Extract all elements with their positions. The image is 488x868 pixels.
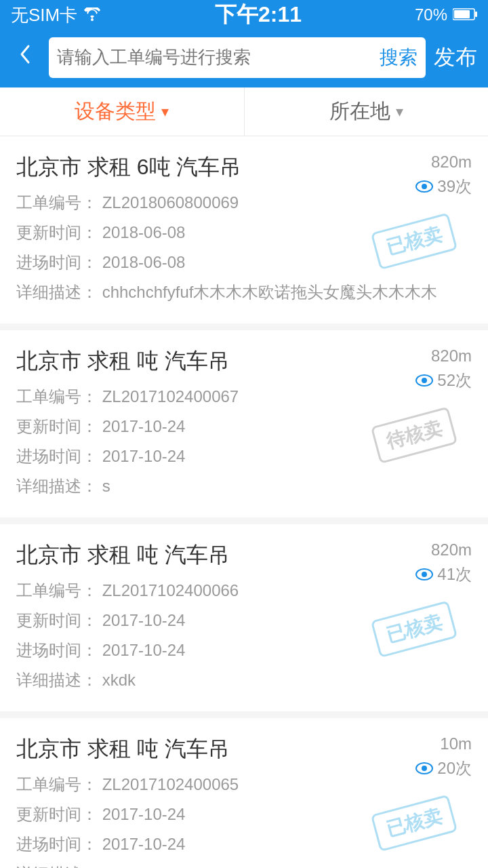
- eye-icon: [415, 758, 433, 779]
- search-input[interactable]: [57, 47, 374, 68]
- item-list: 北京市 求租 6吨 汽车吊 820m 39次 工单编号： ZL201806080…: [0, 136, 488, 868]
- list-item[interactable]: 北京市 求租 吨 汽车吊 10m 20次 工单编号： ZL20171024000…: [0, 718, 488, 868]
- device-type-chevron-icon: ▾: [161, 103, 169, 121]
- views-row: 52次: [415, 370, 472, 391]
- wifi-icon: [83, 5, 102, 26]
- item-title: 北京市 求租 吨 汽车吊: [16, 734, 472, 764]
- list-item[interactable]: 北京市 求租 6吨 汽车吊 820m 39次 工单编号： ZL201806080…: [0, 136, 488, 323]
- order-no-field: 工单编号： ZL2018060800069: [16, 191, 472, 215]
- list-item[interactable]: 北京市 求租 吨 汽车吊 820m 41次 工单编号： ZL2017102400…: [0, 524, 488, 711]
- eye-icon: [415, 176, 433, 197]
- description-field: 详细描述： s: [16, 474, 472, 498]
- item-distance: 820m: [431, 347, 472, 366]
- status-time: 下午2:11: [215, 0, 302, 30]
- filter-bar: 设备类型 ▾ 所在地 ▾: [0, 87, 488, 136]
- search-button[interactable]: 搜索: [380, 45, 418, 71]
- location-label: 所在地: [329, 98, 390, 125]
- status-bar: 无SIM卡 下午2:11 70%: [0, 0, 488, 30]
- svg-rect-2: [475, 12, 477, 17]
- item-distance: 10m: [440, 734, 472, 753]
- order-no-field: 工单编号： ZL2017102400065: [16, 772, 472, 797]
- eye-icon: [415, 564, 433, 585]
- item-title: 北京市 求租 6吨 汽车吊: [16, 153, 472, 182]
- location-filter[interactable]: 所在地 ▾: [245, 87, 489, 136]
- views-count: 52次: [437, 370, 472, 391]
- svg-rect-3: [454, 10, 470, 18]
- svg-point-9: [422, 572, 427, 577]
- eye-icon: [415, 370, 433, 391]
- list-item[interactable]: 北京市 求租 吨 汽车吊 820m 52次 工单编号： ZL2017102400…: [0, 330, 488, 517]
- svg-point-5: [422, 184, 427, 189]
- back-button[interactable]: [11, 37, 41, 78]
- description-field: 详细描述： xkdk: [16, 668, 472, 692]
- order-no-field: 工单编号： ZL2017102400066: [16, 578, 472, 603]
- item-title: 北京市 求租 吨 汽车吊: [16, 347, 472, 376]
- svg-point-7: [422, 378, 427, 383]
- status-left: 无SIM卡: [11, 3, 102, 27]
- header: 搜索 发布: [0, 30, 488, 87]
- search-bar: 搜索: [49, 37, 426, 78]
- no-sim-text: 无SIM卡: [11, 3, 77, 27]
- status-right: 70%: [415, 5, 477, 24]
- views-count: 39次: [437, 176, 472, 197]
- item-title: 北京市 求租 吨 汽车吊: [16, 540, 472, 570]
- svg-point-11: [422, 766, 427, 771]
- views-row: 20次: [415, 757, 472, 779]
- views-count: 41次: [437, 564, 472, 585]
- views-count: 20次: [437, 757, 472, 779]
- views-row: 39次: [415, 176, 472, 197]
- battery-icon: [453, 5, 477, 24]
- item-distance: 820m: [431, 153, 472, 172]
- location-chevron-icon: ▾: [396, 103, 403, 121]
- order-no-field: 工单编号： ZL2017102400067: [16, 384, 472, 409]
- publish-button[interactable]: 发布: [434, 43, 477, 73]
- device-type-filter[interactable]: 设备类型 ▾: [0, 87, 245, 136]
- battery-percent: 70%: [415, 5, 447, 24]
- views-row: 41次: [415, 564, 472, 585]
- description-field: 详细描述： chhchchfyfuf木木木木欧诺拖头女魔头木木木木: [16, 280, 472, 304]
- device-type-label: 设备类型: [75, 98, 156, 125]
- description-field: 详细描述：: [16, 862, 472, 868]
- item-distance: 820m: [431, 540, 472, 559]
- svg-point-0: [91, 18, 94, 21]
